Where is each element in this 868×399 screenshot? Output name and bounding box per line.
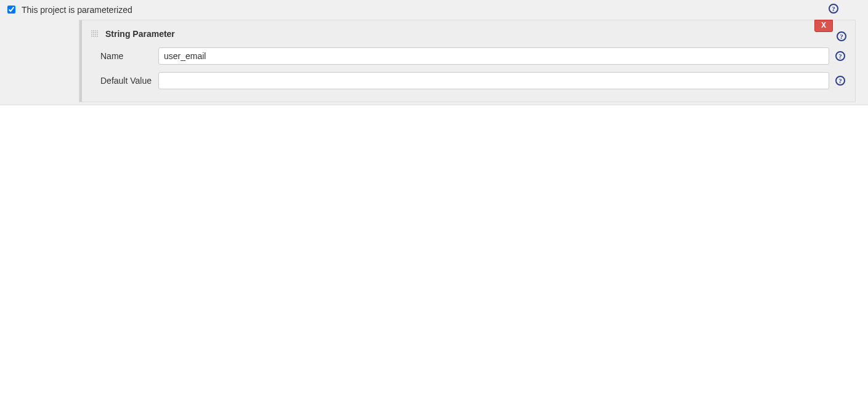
string-parameter-block: X <box>79 20 856 102</box>
svg-point-4 <box>95 30 96 31</box>
svg-point-15 <box>93 36 94 37</box>
svg-point-5 <box>97 30 98 31</box>
svg-point-10 <box>91 34 92 35</box>
parameterized-checkbox[interactable] <box>7 6 15 14</box>
parameter-type-title: String Parameter <box>105 29 848 39</box>
svg-point-6 <box>91 32 92 33</box>
svg-text:?: ? <box>838 52 842 60</box>
svg-point-2 <box>91 30 92 31</box>
svg-text:?: ? <box>832 5 835 12</box>
name-field-label: Name <box>100 51 158 61</box>
svg-point-17 <box>97 36 98 37</box>
svg-point-8 <box>95 32 96 33</box>
drag-handle-icon[interactable] <box>91 30 99 38</box>
help-icon[interactable]: ? <box>835 51 845 61</box>
name-input[interactable] <box>158 47 829 65</box>
default-value-field-label: Default Value <box>100 76 158 86</box>
svg-point-16 <box>95 36 96 37</box>
svg-point-11 <box>93 34 94 35</box>
parameterized-label: This project is parameterized <box>22 5 861 15</box>
help-icon[interactable]: ? <box>837 31 846 41</box>
svg-point-7 <box>93 32 94 33</box>
help-icon[interactable]: ? <box>835 76 845 86</box>
svg-point-13 <box>97 34 98 35</box>
default-value-input[interactable] <box>158 72 829 89</box>
svg-point-12 <box>95 34 96 35</box>
svg-point-3 <box>93 30 94 31</box>
svg-text:?: ? <box>838 77 842 84</box>
help-icon[interactable]: ? <box>829 4 838 14</box>
svg-point-14 <box>91 36 92 37</box>
drag-bar[interactable] <box>79 20 82 102</box>
svg-point-9 <box>97 32 98 33</box>
svg-text:?: ? <box>840 33 843 40</box>
